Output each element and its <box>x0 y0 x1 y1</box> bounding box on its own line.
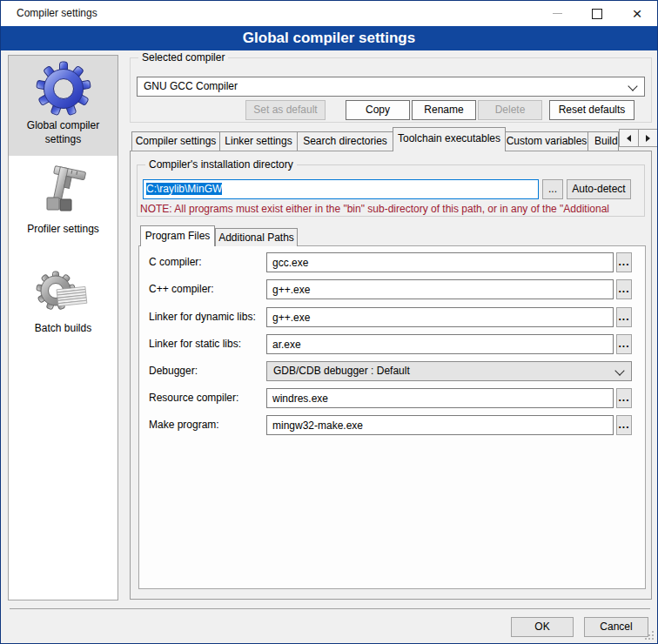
arrow-right-icon <box>646 135 650 142</box>
tab-custom-variables[interactable]: Custom variables <box>505 131 588 151</box>
sidebar-item-profiler-settings[interactable]: Profiler settings <box>9 163 118 258</box>
copy-button[interactable]: Copy <box>346 100 410 120</box>
autodetect-button[interactable]: Auto-detect <box>567 179 631 199</box>
cpp-compiler-browse-button[interactable]: ... <box>616 279 632 299</box>
cancel-button[interactable]: Cancel <box>584 617 648 637</box>
install-dir-note: NOTE: All programs must exist either in … <box>140 203 644 216</box>
debugger-select-value: GDB/CDB debugger : Default <box>273 365 410 377</box>
close-icon: × <box>632 5 641 22</box>
tab-compiler-settings[interactable]: Compiler settings <box>131 131 220 151</box>
titlebar: Compiler settings × <box>1 1 657 26</box>
ok-button[interactable]: OK <box>511 617 574 637</box>
tab-scroll-right-button[interactable] <box>638 129 658 147</box>
make-program-browse-button[interactable]: ... <box>616 415 632 435</box>
tab-toolchain-executables[interactable]: Toolchain executables <box>393 127 506 151</box>
chevron-down-icon <box>628 81 637 91</box>
maximize-icon <box>592 9 602 19</box>
tab-search-directories[interactable]: Search directories <box>297 131 393 151</box>
install-dir-browse-button[interactable]: ... <box>542 179 563 199</box>
batch-builds-icon <box>36 264 91 319</box>
make-program-input[interactable] <box>266 415 614 435</box>
c-compiler-label: C compiler: <box>149 252 264 272</box>
linker-dynamic-browse-button[interactable]: ... <box>616 307 632 327</box>
sidebar-label-batch: Batch builds <box>15 322 112 336</box>
compiler-settings-dialog: Compiler settings × Global compiler sett… <box>0 0 658 644</box>
install-dir-input[interactable]: C:\raylib\MinGW <box>143 179 539 199</box>
resize-grip-icon[interactable] <box>645 631 654 640</box>
cpp-compiler-input[interactable] <box>266 279 614 299</box>
install-dir-group-label: Compiler's installation directory <box>145 158 297 171</box>
settings-sidebar: Global compiler settings <box>8 55 118 600</box>
minimize-button[interactable] <box>537 1 577 26</box>
tab-linker-settings[interactable]: Linker settings <box>219 131 298 151</box>
gear-blue-icon <box>36 61 91 117</box>
compiler-select[interactable]: GNU GCC Compiler <box>137 77 645 97</box>
resource-compiler-browse-button[interactable]: ... <box>616 388 632 408</box>
selected-compiler-group-label: Selected compiler <box>138 51 228 64</box>
tab-scroll-left-button[interactable] <box>619 129 639 147</box>
page-title: Global compiler settings <box>1 26 657 50</box>
caliper-icon <box>36 164 91 220</box>
resource-compiler-input[interactable] <box>266 388 614 408</box>
install-dir-value: C:\raylib\MinGW <box>146 183 222 195</box>
tab-build-options[interactable]: Build options <box>588 131 619 151</box>
sidebar-item-batch-builds[interactable]: Batch builds <box>9 258 118 365</box>
maximize-button[interactable] <box>577 1 617 26</box>
sidebar-label-global: Global compiler settings <box>15 119 112 146</box>
rename-button[interactable]: Rename <box>412 100 476 120</box>
subtab-additional-paths[interactable]: Additional Paths <box>215 228 298 246</box>
linker-dynamic-input[interactable] <box>266 307 614 327</box>
make-program-label: Make program: <box>149 415 264 434</box>
debugger-select[interactable]: GDB/CDB debugger : Default <box>266 361 632 381</box>
linker-static-input[interactable] <box>266 334 614 354</box>
sidebar-item-global-compiler-settings[interactable]: Global compiler settings <box>9 56 118 156</box>
cpp-compiler-label: C++ compiler: <box>149 279 264 299</box>
subtab-program-files[interactable]: Program Files <box>140 225 215 246</box>
c-compiler-browse-button[interactable]: ... <box>616 252 632 272</box>
debugger-label: Debugger: <box>149 361 264 380</box>
chevron-down-icon <box>614 366 624 375</box>
close-button[interactable]: × <box>617 1 657 26</box>
minimize-icon <box>553 13 562 14</box>
linker-static-browse-button[interactable]: ... <box>616 334 632 354</box>
arrow-left-icon <box>627 135 631 142</box>
set-as-default-button[interactable]: Set as default <box>245 100 326 120</box>
sidebar-label-profiler: Profiler settings <box>15 223 112 237</box>
compiler-select-value: GNU GCC Compiler <box>144 80 238 92</box>
reset-defaults-button[interactable]: Reset defaults <box>549 100 634 120</box>
window-title: Compiler settings <box>17 1 97 26</box>
c-compiler-input[interactable] <box>266 252 614 272</box>
linker-dynamic-label: Linker for dynamic libs: <box>149 307 264 326</box>
resource-compiler-label: Resource compiler: <box>149 388 264 407</box>
footer-divider <box>10 608 650 609</box>
linker-static-label: Linker for static libs: <box>149 334 264 353</box>
delete-button[interactable]: Delete <box>478 100 542 120</box>
